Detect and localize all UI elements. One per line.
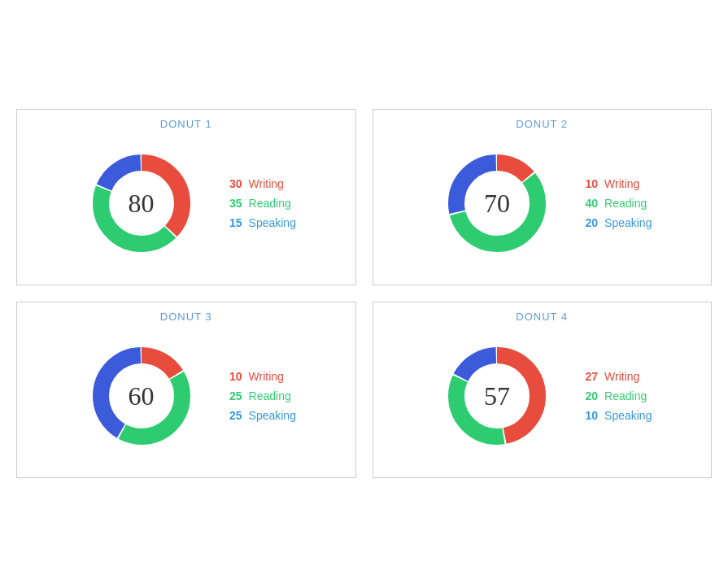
donut-chart-donut2: 70	[432, 138, 562, 268]
legend-item-speaking: 10Speaking	[578, 409, 652, 422]
legend-label-speaking: Speaking	[249, 409, 296, 422]
body-donut4: 5727Writing20Reading10Speaking	[381, 331, 704, 461]
legend-label-reading: Reading	[249, 389, 291, 402]
legend-item-writing: 10Writing	[578, 177, 652, 190]
legend-value-writing: 30	[223, 177, 242, 190]
title-donut3: DONUT 3	[160, 311, 212, 323]
donut-center-donut1: 80	[129, 189, 155, 219]
legend-item-speaking: 25Speaking	[223, 409, 296, 422]
card-donut1: DONUT 18030Writing35Reading15Speaking	[16, 109, 356, 285]
legend-label-reading: Reading	[604, 197, 647, 210]
legend-label-speaking: Speaking	[604, 409, 652, 422]
legend-item-speaking: 20Speaking	[578, 216, 652, 229]
legend-value-reading: 25	[223, 389, 242, 402]
legend-value-writing: 10	[578, 177, 598, 190]
legend-item-writing: 27Writing	[578, 370, 652, 383]
legend-value-reading: 20	[578, 389, 598, 402]
title-donut1: DONUT 1	[160, 118, 212, 130]
legend-label-speaking: Speaking	[249, 216, 296, 229]
legend-value-speaking: 25	[223, 409, 242, 422]
legend-item-speaking: 15Speaking	[223, 216, 296, 229]
legend-value-speaking: 10	[578, 409, 598, 422]
legend-label-writing: Writing	[604, 370, 639, 383]
legend-item-writing: 30Writing	[223, 177, 296, 190]
title-donut4: DONUT 4	[516, 311, 568, 323]
title-donut2: DONUT 2	[516, 118, 568, 130]
legend-label-speaking: Speaking	[604, 216, 652, 229]
legend-item-reading: 35Reading	[223, 197, 296, 210]
legend-donut1: 30Writing35Reading15Speaking	[223, 177, 296, 229]
donut-center-donut2: 70	[484, 189, 510, 219]
body-donut1: 8030Writing35Reading15Speaking	[25, 138, 347, 268]
legend-value-writing: 27	[578, 370, 598, 383]
donut-chart-donut4: 57	[432, 331, 562, 461]
legend-value-reading: 40	[578, 197, 598, 210]
legend-value-writing: 10	[223, 370, 242, 383]
legend-item-reading: 20Reading	[578, 389, 652, 402]
legend-donut2: 10Writing40Reading20Speaking	[578, 177, 652, 229]
legend-item-reading: 40Reading	[578, 197, 652, 210]
card-donut3: DONUT 36010Writing25Reading25Speaking	[16, 302, 356, 478]
donut-center-donut3: 60	[129, 381, 155, 411]
body-donut2: 7010Writing40Reading20Speaking	[381, 138, 704, 268]
body-donut3: 6010Writing25Reading25Speaking	[25, 331, 347, 461]
card-donut4: DONUT 45727Writing20Reading10Speaking	[373, 302, 713, 478]
main-grid: DONUT 18030Writing35Reading15SpeakingDON…	[16, 109, 712, 478]
legend-value-speaking: 20	[578, 216, 598, 229]
legend-label-writing: Writing	[249, 370, 284, 383]
card-donut2: DONUT 27010Writing40Reading20Speaking	[373, 109, 713, 285]
legend-label-reading: Reading	[249, 197, 291, 210]
donut-center-donut4: 57	[484, 381, 510, 411]
legend-value-reading: 35	[223, 197, 242, 210]
legend-label-reading: Reading	[604, 389, 647, 402]
legend-item-writing: 10Writing	[223, 370, 296, 383]
legend-item-reading: 25Reading	[223, 389, 296, 402]
legend-label-writing: Writing	[604, 177, 639, 190]
legend-label-writing: Writing	[249, 177, 284, 190]
donut-chart-donut3: 60	[76, 331, 207, 461]
legend-donut4: 27Writing20Reading10Speaking	[578, 370, 652, 422]
legend-value-speaking: 15	[223, 216, 242, 229]
donut-chart-donut1: 80	[76, 138, 207, 268]
legend-donut3: 10Writing25Reading25Speaking	[223, 370, 296, 422]
